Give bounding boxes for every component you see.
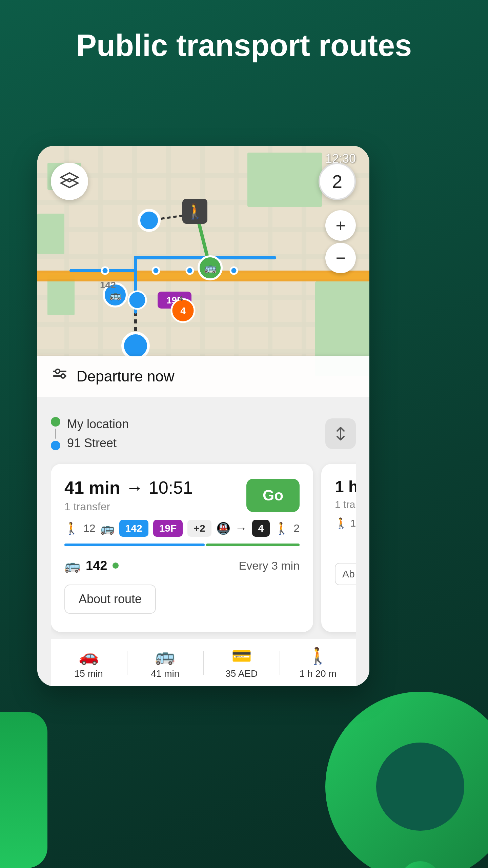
route-steps: 🚶 12 🚌 142 19F +2 🚇 → 4 🚶 2: [64, 520, 300, 537]
route-card-1: 41 min → 10:51 1 transfer Go 🚶 12 🚌 142 …: [51, 464, 313, 632]
svg-point-38: [128, 291, 146, 309]
route-card-2: 1 h 1 tra 🚶 1 Ab: [321, 464, 356, 632]
svg-point-27: [152, 267, 159, 274]
svg-text:4: 4: [180, 305, 186, 316]
svg-rect-11: [98, 146, 103, 356]
price-value: 35 AED: [225, 668, 258, 679]
svg-point-32: [123, 333, 148, 359]
about-route-button[interactable]: About route: [64, 585, 156, 614]
walk-tab-icon: 🚶: [308, 647, 328, 666]
route2-about[interactable]: Ab: [335, 563, 356, 585]
svg-marker-47: [61, 173, 78, 182]
tab-walk[interactable]: 🚶 1 h 20 m: [280, 641, 356, 685]
svg-rect-18: [247, 153, 322, 207]
route-cards-container: 41 min → 10:51 1 transfer Go 🚶 12 🚌 142 …: [51, 457, 356, 639]
go-button[interactable]: Go: [246, 479, 300, 512]
step-arrow: →: [235, 521, 247, 535]
svg-point-50: [56, 369, 60, 373]
bus-freq-dot: [113, 563, 119, 569]
bus-frequency: Every 3 min: [239, 559, 300, 572]
map-zoom-controls: + −: [325, 210, 356, 273]
bottom-tabs: 🚗 15 min 🚌 41 min 💳 35 AED 🚶 1 h 20 m: [51, 639, 356, 686]
destination-dot: [51, 441, 60, 450]
svg-text:🚌: 🚌: [204, 262, 217, 274]
car-time: 15 min: [75, 668, 103, 679]
walk-mins-2: 2: [293, 522, 300, 535]
settings-icon[interactable]: [51, 366, 68, 387]
departure-bar[interactable]: Departure now: [37, 356, 369, 397]
svg-point-1: [376, 743, 464, 831]
svg-point-31: [139, 210, 159, 231]
svg-point-28: [186, 267, 193, 274]
svg-rect-13: [166, 146, 171, 356]
swap-locations-button[interactable]: [325, 418, 356, 449]
duration-value: 41 min: [64, 477, 120, 498]
route-count-badge[interactable]: 2: [319, 163, 356, 200]
progress-blue: [64, 544, 205, 546]
route-badge-142: 142: [119, 520, 148, 537]
origin-dot: [51, 417, 60, 427]
price-icon: 💳: [231, 647, 252, 666]
walk-icon-2: 🚶: [274, 521, 289, 535]
origin-label: My location: [67, 417, 129, 431]
progress-bars: [64, 544, 300, 546]
route2-walk: 🚶 1: [335, 517, 356, 529]
bus-frequency-row: 🚌 142 Every 3 min: [64, 551, 300, 580]
tab-car[interactable]: 🚗 15 min: [51, 641, 127, 685]
location-dots: [51, 417, 60, 450]
svg-rect-14: [200, 146, 205, 356]
bus-freq-icon: 🚌: [64, 558, 80, 573]
departure-now-text: Departure now: [77, 368, 175, 385]
svg-point-52: [61, 374, 65, 378]
route-time-info: 41 min → 10:51 1 transfer: [64, 477, 193, 513]
route-badge-more: +2: [187, 520, 211, 537]
route2-transfer: 1 tra: [335, 499, 356, 510]
svg-marker-48: [61, 179, 78, 188]
walk-time: 1 h 20 m: [300, 668, 337, 679]
svg-point-29: [230, 267, 237, 274]
svg-text:🚌: 🚌: [109, 290, 121, 301]
route-badge-4: 4: [252, 520, 270, 537]
route2-duration: 1 h: [335, 477, 356, 496]
bus-time: 41 min: [151, 668, 179, 679]
arrow: →: [126, 477, 143, 498]
route-header-1: 41 min → 10:51 1 transfer Go: [64, 477, 300, 513]
phone-card: 🚌 🚌 142 🚶 19F 4 4 12:30: [37, 146, 369, 686]
route-duration: 41 min → 10:51: [64, 477, 193, 498]
svg-text:142: 142: [100, 280, 116, 290]
bus-freq-number: 142: [86, 558, 107, 573]
svg-text:4: 4: [179, 294, 183, 303]
bus-icon-1: 🚌: [100, 521, 115, 535]
page-title: Public transport routes: [0, 27, 488, 64]
tab-bus[interactable]: 🚌 41 min: [127, 641, 203, 685]
layers-button[interactable]: [51, 163, 88, 200]
walk-mins-1: 12: [83, 522, 96, 535]
map-area: 🚌 🚌 142 🚶 19F 4 4 12:30: [37, 146, 369, 397]
svg-rect-12: [132, 146, 137, 356]
green-ribbon-left: [0, 712, 47, 868]
card-content: My location 91 Street 41 min: [37, 397, 369, 686]
metro-icon: 🚇: [216, 521, 230, 535]
transfer-count: 1 transfer: [64, 500, 193, 513]
bus-tab-icon: 🚌: [155, 647, 175, 666]
car-icon: 🚗: [79, 647, 99, 666]
zoom-out-button[interactable]: −: [325, 243, 356, 273]
tab-price[interactable]: 💳 35 AED: [204, 641, 280, 685]
progress-green: [206, 544, 300, 546]
zoom-in-button[interactable]: +: [325, 210, 356, 241]
route-badge-19F: 19F: [153, 520, 183, 537]
walk-icon-1: 🚶: [64, 521, 79, 535]
svg-text:🚶: 🚶: [186, 202, 204, 220]
location-labels: My location 91 Street: [67, 417, 129, 450]
svg-rect-20: [37, 214, 64, 254]
svg-rect-15: [234, 146, 239, 356]
location-connector: [55, 429, 56, 439]
arrival-time: 10:51: [149, 477, 193, 498]
svg-point-26: [102, 267, 108, 274]
location-row: My location 91 Street: [51, 410, 356, 457]
destination-label: 91 Street: [67, 436, 129, 450]
